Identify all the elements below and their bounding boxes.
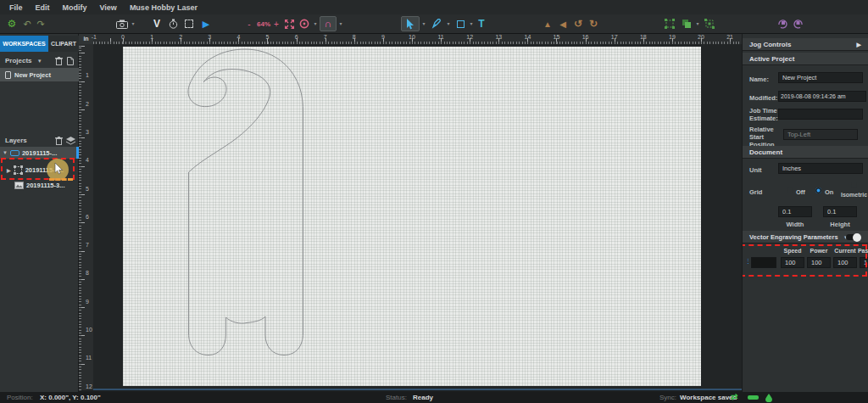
text-tool-button[interactable]: T xyxy=(475,16,488,31)
redo-button[interactable]: ↷ xyxy=(34,16,47,31)
pan-dropdown[interactable]: ▾ xyxy=(312,16,319,31)
grid-width-input[interactable] xyxy=(778,206,812,217)
project-name-input[interactable] xyxy=(778,72,863,83)
rotate-cw-icon: ↻ xyxy=(589,18,598,30)
selection-box-icon xyxy=(665,19,675,29)
vector-engraving-header[interactable]: Vector Engraving Parameters ▼ xyxy=(743,231,868,243)
h-ruler-number: 3 xyxy=(208,34,211,40)
h-ruler-number: 20 xyxy=(698,34,704,40)
rotate-copy-icon xyxy=(777,19,787,29)
paste-in-place-button[interactable] xyxy=(702,16,717,31)
frame-icon xyxy=(185,20,193,28)
document-section-header[interactable]: Document xyxy=(743,146,868,159)
group-select-button[interactable] xyxy=(662,16,677,31)
document-area[interactable] xyxy=(123,47,701,386)
zoom-fit-button[interactable] xyxy=(281,16,297,31)
canvas-viewport[interactable] xyxy=(93,44,742,390)
camera-dropdown[interactable]: ▾ xyxy=(130,16,136,31)
text-tool-icon: T xyxy=(478,18,484,30)
layer-item-group[interactable]: ▼ 20191115-... xyxy=(0,147,79,159)
snap-tool-button[interactable]: ∩ xyxy=(320,16,337,31)
rotate-cw-button[interactable]: ↻ xyxy=(587,16,600,31)
sync-label: Sync: xyxy=(659,394,676,401)
job-time-label: Job Time Estimate: xyxy=(749,107,778,122)
redo-icon: ↷ xyxy=(36,19,44,30)
active-project-header[interactable]: Active Project xyxy=(743,53,868,65)
gear-icon: ⚙ xyxy=(8,18,17,30)
camera-button[interactable] xyxy=(114,16,130,31)
new-project-icon[interactable] xyxy=(67,57,74,65)
select-tool-button[interactable] xyxy=(401,16,420,31)
duplicate-dropdown[interactable]: ▾ xyxy=(694,16,701,31)
menu-item-view[interactable]: View xyxy=(100,3,117,12)
grid-height-input[interactable] xyxy=(823,206,857,217)
h-ruler-number: 19 xyxy=(669,34,676,40)
flip-horizontal-button[interactable]: ◀ xyxy=(556,16,570,31)
horizontal-scrollbar[interactable] xyxy=(93,389,742,390)
grid-on-label: On xyxy=(825,188,833,196)
unweld-button[interactable] xyxy=(791,16,806,31)
delete-layer-icon[interactable] xyxy=(55,137,63,145)
v-ruler-number: 2 xyxy=(86,100,89,106)
door-hanger-shape[interactable] xyxy=(123,47,701,386)
vector-tool-button[interactable]: V xyxy=(150,16,164,31)
v-ruler-number: 5 xyxy=(86,185,89,191)
frame-button[interactable] xyxy=(181,16,197,31)
menu-item-edit[interactable]: Edit xyxy=(36,3,50,12)
job-time-input[interactable] xyxy=(778,109,863,120)
grid-on-radio[interactable] xyxy=(815,188,821,193)
menu-item-modify[interactable]: Modify xyxy=(63,3,87,12)
rotate-ccw-button[interactable]: ↺ xyxy=(571,16,585,31)
menu-item-muse-hobby-laser[interactable]: Muse Hobby Laser xyxy=(130,3,198,12)
jog-controls-header[interactable]: Jog Controls ▶ xyxy=(743,38,868,51)
select-dropdown[interactable]: ▾ xyxy=(420,16,427,31)
v-ruler-number: 11 xyxy=(86,355,92,361)
menu-item-file[interactable]: File xyxy=(9,3,23,12)
pen-tool-button[interactable] xyxy=(429,16,444,31)
pan-button[interactable] xyxy=(298,16,311,31)
run-job-button[interactable]: ▶ xyxy=(198,16,214,31)
zoom-level[interactable]: 64% xyxy=(253,16,274,31)
zoom-out-button[interactable]: - xyxy=(246,16,253,31)
vector-engraving-toggle[interactable] xyxy=(846,234,860,240)
tab-clipart[interactable]: CLIPART xyxy=(48,36,79,52)
shape-dropdown[interactable]: ▾ xyxy=(468,16,475,31)
v-ruler-number: 9 xyxy=(86,298,89,304)
undo-button[interactable]: ↶ xyxy=(20,16,34,31)
h-ruler-number: 11 xyxy=(437,34,443,40)
isometric-radio[interactable] xyxy=(851,182,857,188)
unit-select[interactable] xyxy=(778,163,863,174)
collapse-icon[interactable]: ▼ xyxy=(3,150,8,155)
project-item[interactable]: New Project xyxy=(0,68,79,81)
delete-project-icon[interactable] xyxy=(55,57,63,65)
connection-bar-icon xyxy=(748,395,759,400)
minus-icon: - xyxy=(248,20,250,29)
timer-button[interactable] xyxy=(165,16,181,31)
h-ruler-number: 8 xyxy=(353,34,356,40)
h-ruler-number: 6 xyxy=(295,34,298,40)
h-ruler-number: 14 xyxy=(524,34,531,40)
flip-vertical-icon: ▲ xyxy=(543,20,552,29)
settings-button[interactable]: ⚙ xyxy=(4,16,19,31)
snap-dropdown[interactable]: ▾ xyxy=(337,16,344,31)
undo-icon: ↶ xyxy=(23,19,31,30)
height-label: Height xyxy=(823,221,857,228)
modified-input[interactable] xyxy=(778,91,866,102)
tab-workspaces[interactable]: WORKSPACES xyxy=(0,36,48,52)
status-label: Status: xyxy=(386,394,407,401)
h-ruler-number: 10 xyxy=(409,34,415,40)
h-ruler-number: 16 xyxy=(582,34,589,40)
start-position-select[interactable] xyxy=(783,129,858,140)
zoom-in-button[interactable]: + xyxy=(273,16,280,31)
duplicate-button[interactable] xyxy=(679,16,694,31)
layer-item-image[interactable]: 20191115-3... xyxy=(0,179,79,191)
shape-tool-button[interactable] xyxy=(453,16,468,31)
weld-button[interactable] xyxy=(775,16,790,31)
file-icon xyxy=(5,71,11,79)
add-layer-icon[interactable] xyxy=(66,137,75,145)
chevron-down-icon[interactable]: ▼ xyxy=(37,59,42,64)
rotate-ccw-icon: ↺ xyxy=(574,18,582,30)
grid-off-radio[interactable] xyxy=(787,188,793,193)
flip-vertical-button[interactable]: ▲ xyxy=(541,16,554,31)
pen-dropdown[interactable]: ▾ xyxy=(445,16,452,31)
